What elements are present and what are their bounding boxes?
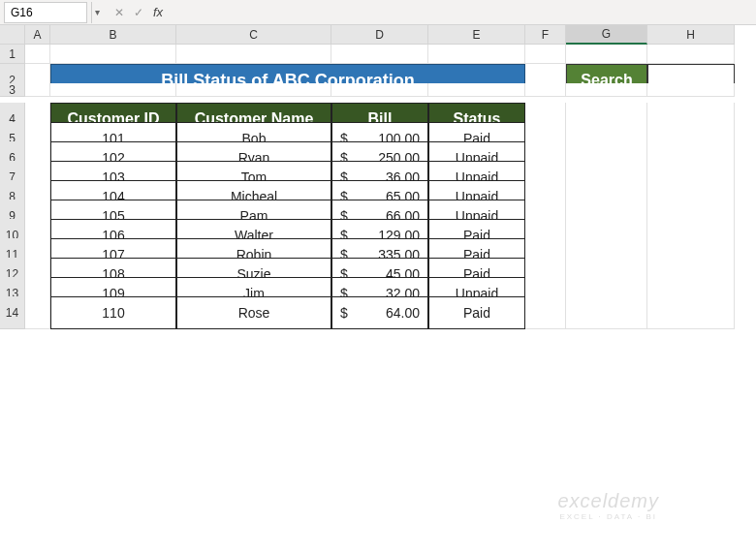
cell[interactable] (647, 83, 735, 97)
watermark-main: exceldemy (557, 490, 659, 512)
col-header-B[interactable]: B (50, 25, 176, 45)
cell[interactable] (525, 83, 566, 97)
col-header-C[interactable]: C (176, 25, 331, 45)
name-box-value: G16 (11, 6, 33, 19)
cell[interactable] (331, 45, 428, 64)
col-header-D[interactable]: D (331, 25, 428, 45)
table-cell-bill[interactable]: $64.00 (331, 296, 428, 329)
table-cell-name[interactable]: Rose (176, 296, 331, 329)
row-header[interactable]: 1 (0, 45, 25, 64)
cell[interactable] (525, 45, 566, 64)
cell[interactable] (428, 83, 525, 97)
cell[interactable] (25, 83, 50, 97)
watermark: exceldemy EXCEL · DATA · BI (557, 490, 659, 521)
cell[interactable] (566, 45, 647, 64)
cell[interactable] (428, 45, 525, 64)
cell[interactable] (525, 296, 566, 329)
cancel-icon: ✕ (114, 6, 124, 19)
cell[interactable] (50, 45, 176, 64)
name-box-dropdown-icon[interactable]: ▾ (91, 2, 103, 23)
row-header[interactable]: 14 (0, 296, 25, 329)
enter-icon: ✓ (134, 6, 143, 19)
cell[interactable] (25, 296, 50, 329)
table-cell-id[interactable]: 110 (50, 296, 176, 329)
fx-icon: fx (153, 5, 163, 19)
formula-bar[interactable]: ✕ ✓ fx (103, 5, 756, 19)
cell[interactable] (647, 45, 735, 64)
cell[interactable] (331, 83, 428, 97)
col-header-A[interactable]: A (25, 25, 50, 45)
watermark-sub: EXCEL · DATA · BI (557, 512, 659, 521)
cell[interactable] (176, 83, 331, 97)
select-all-corner[interactable] (0, 25, 25, 45)
cell[interactable] (647, 296, 735, 329)
table-cell-status[interactable]: Paid (428, 296, 525, 329)
spreadsheet-grid[interactable]: A B C D E F G H 1 2 Bill Status of ABC C… (0, 25, 756, 316)
cell[interactable] (176, 45, 331, 64)
col-header-H[interactable]: H (647, 25, 735, 45)
col-header-E[interactable]: E (428, 25, 525, 45)
col-header-F[interactable]: F (525, 25, 566, 45)
cell[interactable] (566, 83, 647, 97)
cell[interactable] (566, 296, 647, 329)
name-box[interactable]: G16 (4, 2, 87, 23)
row-header[interactable]: 3 (0, 83, 25, 97)
cell[interactable] (25, 45, 50, 64)
col-header-G[interactable]: G (566, 25, 647, 45)
formula-bar-row: G16 ▾ ✕ ✓ fx (0, 0, 756, 25)
cell[interactable] (50, 83, 176, 97)
